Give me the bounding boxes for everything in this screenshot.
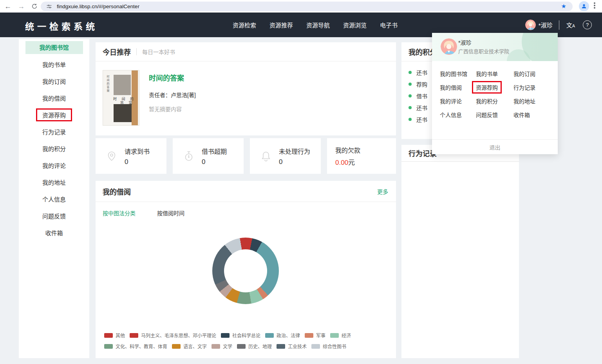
book-cover[interactable]: 时间的答案 时 间 的 答 案	[103, 70, 139, 126]
legend-item[interactable]: 工业技术	[277, 343, 307, 350]
points-item-label: 借书	[416, 92, 427, 100]
stat-card-debt: 我的欠款 0.00元	[327, 138, 396, 174]
sidebar-item[interactable]: 我的订阅	[19, 73, 89, 90]
dropdown-menu-item[interactable]: 个人信息	[440, 111, 476, 119]
green-dot-icon	[409, 83, 412, 86]
borrow-tab[interactable]: 按中图法分类	[103, 209, 136, 217]
sidebar-item[interactable]: 我的书单	[19, 56, 89, 73]
sidebar: 我的图书馆 我的书单 我的订阅 我的借阅 资源荐购 行为记录 我的积分	[19, 39, 89, 358]
top-nav-item[interactable]: 资源推荐	[269, 21, 293, 29]
logout-button[interactable]: 退出	[432, 139, 558, 154]
translate-icon[interactable]: 文A	[566, 21, 575, 29]
user-name[interactable]: *淑珍	[539, 21, 553, 29]
today-subtitle: 每日一本好书	[142, 48, 175, 56]
sidebar-item[interactable]: 个人信息	[19, 191, 89, 207]
legend-swatch	[311, 344, 320, 349]
address-bar[interactable]: findgxuie.libsp.cn/#/personalCenter ★	[41, 2, 573, 11]
dropdown-menu-item[interactable]: 我的地址	[513, 97, 558, 105]
app-logo[interactable]: 统一检索系统	[25, 19, 98, 32]
dropdown-menu-item-label: 个人信息	[440, 111, 462, 119]
top-nav-item[interactable]: 电子书	[380, 21, 398, 29]
dropdown-menu-item[interactable]: 行为记录	[513, 83, 558, 91]
dropdown-menu-item-label: 我的书单	[476, 70, 498, 77]
sidebar-item[interactable]: 我的评论	[19, 157, 89, 174]
browser-profile-icon[interactable]	[579, 1, 589, 11]
legend-item[interactable]: 政治、法律	[265, 332, 300, 339]
url-text: findgxuie.libsp.cn/#/personalCenter	[57, 4, 139, 9]
dropdown-menu-item[interactable]: 我的订阅	[513, 70, 558, 77]
stat-label: 请求到书	[125, 146, 150, 156]
debt-amount: 0.00	[335, 159, 348, 166]
book-title[interactable]: 时间的答案	[149, 72, 196, 83]
book-row: 时间的答案 时 间 的 答 案 时间的答案 责任者：卢思浩[著] 暂无摘要内容	[96, 61, 396, 126]
browser-reload-icon[interactable]	[29, 1, 40, 12]
browser-menu-icon[interactable]	[594, 2, 595, 9]
dropdown-menu-item[interactable]: 我的积分	[476, 97, 513, 105]
borrow-tab[interactable]: 按借阅时间	[157, 209, 184, 217]
sidebar-item[interactable]: 我的图书馆	[19, 39, 89, 56]
dropdown-user-org: 广西信息职业技术学院	[458, 47, 509, 55]
top-nav-item[interactable]: 资源导航	[306, 21, 330, 29]
browser-toolbar: ← → findgxuie.libsp.cn/#/personalCenter …	[0, 0, 602, 13]
stat-value: 0	[125, 158, 150, 166]
sidebar-item-label: 我的订阅	[42, 77, 66, 85]
dropdown-menu-item[interactable]: 我的评论	[440, 97, 476, 105]
legend-item[interactable]: 文化、科学、教育、体育	[104, 343, 167, 350]
my-borrow-card: 我的借阅 更多 按中图法分类按借阅时间 其他 马列主义、毛泽东思想、邓小平理论	[96, 181, 396, 358]
legend-swatch	[221, 333, 230, 338]
legend-item[interactable]: 综合性图书	[311, 343, 346, 350]
top-nav-item[interactable]: 资源检索	[233, 21, 256, 29]
dropdown-menu-item-label: 我的借阅	[440, 83, 462, 91]
help-icon[interactable]: ?	[583, 20, 592, 29]
legend-label: 工业技术	[288, 343, 307, 350]
location-pin-icon	[106, 150, 118, 162]
dropdown-menu-item-label: 我的积分	[476, 97, 498, 105]
stat-card-requested-books: 请求到书 0	[96, 138, 166, 174]
legend-swatch	[130, 333, 138, 338]
sidebar-item[interactable]: 我的积分	[19, 140, 89, 157]
sidebar-item[interactable]: 我的借阅	[19, 90, 89, 106]
book-cover-photo-bottom	[114, 104, 132, 122]
dropdown-menu-item[interactable]: 我的图书馆	[440, 70, 476, 77]
dropdown-menu-item[interactable]: 我的借阅	[440, 83, 476, 91]
sidebar-item[interactable]: 收件箱	[19, 224, 89, 241]
sidebar-item[interactable]: 行为记录	[19, 123, 89, 140]
green-dot-icon	[409, 106, 412, 109]
dropdown-menu-item-label: 行为记录	[513, 83, 535, 91]
dropdown-menu-item-label: 资源荐购	[472, 81, 502, 94]
legend-item[interactable]: 马列主义、毛泽东思想、邓小平理论	[130, 332, 216, 339]
dropdown-user-name: *淑珍	[458, 38, 471, 46]
legend-swatch	[330, 333, 339, 338]
top-nav-item[interactable]: 资源浏览	[343, 21, 367, 29]
points-item-label: 还书	[416, 115, 427, 123]
debt-unit: 元	[348, 159, 355, 166]
sidebar-item[interactable]: 我的地址	[19, 174, 89, 191]
dropdown-menu-item[interactable]: 问题反馈	[476, 111, 513, 119]
browser-back-icon[interactable]: ←	[2, 1, 13, 12]
browser-forward-icon[interactable]: →	[16, 1, 27, 12]
legend-item[interactable]: 文学	[212, 343, 232, 350]
dropdown-menu-item[interactable]: 我的书单	[476, 70, 513, 77]
stopwatch-icon	[183, 150, 195, 162]
sidebar-item-label: 我的书单	[42, 60, 66, 68]
legend-item[interactable]: 军事	[305, 332, 325, 339]
more-link[interactable]: 更多	[377, 187, 388, 195]
stat-card-unhandled: 未处理行为 0	[250, 138, 321, 174]
site-settings-icon[interactable]	[46, 4, 52, 9]
dropdown-menu-item[interactable]: 资源荐购	[476, 83, 513, 91]
behavior-card: 行为记录	[401, 145, 519, 358]
legend-item[interactable]: 历史、地理	[237, 343, 272, 350]
book-cover-photo-top	[114, 75, 131, 95]
sidebar-item[interactable]: 资源荐购	[19, 106, 89, 123]
sidebar-item-label: 行为记录	[42, 128, 66, 136]
sidebar-item[interactable]: 问题反馈	[19, 207, 89, 224]
bookmark-star-icon[interactable]: ★	[561, 3, 566, 10]
user-avatar[interactable]	[525, 20, 536, 30]
legend-item[interactable]: 语言、文字	[172, 343, 207, 350]
legend-item[interactable]: 社会科学总论	[221, 332, 260, 339]
book-summary: 暂无摘要内容	[149, 105, 196, 113]
page: ← → findgxuie.libsp.cn/#/personalCenter …	[0, 0, 602, 364]
legend-item[interactable]: 经济	[330, 332, 351, 339]
dropdown-menu-item[interactable]: 收件箱	[513, 111, 558, 119]
legend-item[interactable]: 其他	[104, 332, 125, 339]
